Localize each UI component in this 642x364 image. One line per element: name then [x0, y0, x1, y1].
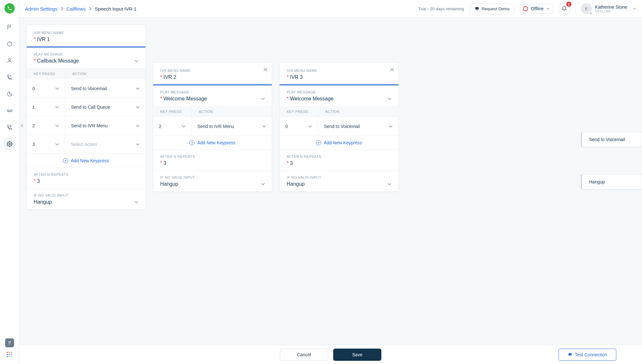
after-n-repeats-label: AFTER N REPEATS: [287, 155, 391, 158]
close-card-button[interactable]: [390, 67, 394, 72]
test-connection-button[interactable]: Test Connection: [559, 349, 616, 361]
add-keypress-label: Add New Keypress: [324, 140, 362, 145]
phone-bolt-icon: [7, 124, 13, 130]
add-keypress-button[interactable]: + Add New Keypress: [280, 136, 398, 150]
sidebar-item-settings[interactable]: [4, 138, 16, 150]
sidebar-item-contacts[interactable]: [4, 55, 16, 67]
help-button[interactable]: ?: [5, 338, 14, 347]
chevron-right-icon: [61, 6, 63, 12]
ivr-name-label: IVR MENU NAME: [34, 31, 138, 35]
close-card-button[interactable]: [264, 67, 267, 72]
keypress-action-dropdown[interactable]: Send to Voicemail: [65, 79, 145, 97]
edge-chips: Send to Voicemail Hangup: [581, 132, 642, 189]
profile-status: OFFLINE: [595, 10, 627, 13]
cancel-button[interactable]: Cancel: [280, 349, 328, 361]
ivr-name-value[interactable]: *IVR 2: [160, 74, 265, 80]
keypress-key-dropdown[interactable]: 1: [27, 98, 65, 116]
apps-launcher[interactable]: [7, 352, 13, 358]
no-valid-input-label: IF NO VALID INPUT: [160, 175, 265, 179]
svg-rect-5: [475, 7, 479, 9]
chevron-down-icon: [261, 183, 265, 185]
no-valid-input-dropdown[interactable]: IF NO VALID INPUT Hangup: [153, 171, 272, 191]
no-valid-input-value: Hangup: [34, 199, 52, 205]
svg-point-2: [7, 110, 9, 112]
ivr-card-2: IVR MENU NAME *IVR 2 PLAY MESSAGE *Welco…: [153, 63, 272, 192]
chevron-down-icon: [182, 125, 186, 128]
plus-circle-icon: +: [189, 140, 195, 145]
keypress-row: 2Send to IVR Menu: [27, 116, 145, 135]
sidebar-item-flag[interactable]: [4, 21, 16, 33]
sidebar-item-reports[interactable]: [4, 88, 16, 100]
notifications-button[interactable]: 1: [559, 3, 570, 14]
chevron-down-icon: [546, 8, 550, 10]
ivr-name-value[interactable]: *IVR 3: [287, 74, 391, 80]
sidebar-item-power-dialer[interactable]: [4, 121, 16, 133]
keypress-action-dropdown[interactable]: Send to IVR Menu: [192, 117, 272, 135]
ivr-card-3: IVR MENU NAME *IVR 3 PLAY MESSAGE *Welco…: [279, 63, 399, 192]
breadcrumb-admin-settings[interactable]: Admin Settings: [25, 6, 57, 12]
phone-plus-icon: [7, 74, 13, 80]
chevron-down-icon: [308, 125, 312, 128]
play-message-dropdown[interactable]: PLAY MESSAGE *Welcome Message: [280, 86, 398, 106]
keypress-action-dropdown[interactable]: Send to Voicemail: [318, 117, 398, 135]
chevron-down-icon: [262, 125, 266, 128]
close-icon: [390, 68, 394, 72]
keypress-action-dropdown[interactable]: Select Action: [65, 135, 145, 153]
no-valid-input-dropdown[interactable]: IF NO VALID INPUT Hangup: [280, 171, 398, 191]
sidebar-item-voicemail[interactable]: [4, 105, 16, 117]
user-icon: [7, 58, 13, 63]
edge-chip-hangup[interactable]: Hangup: [581, 174, 642, 189]
play-message-dropdown[interactable]: PLAY MESSAGE *Callback Message: [27, 48, 145, 68]
phone-icon: [7, 6, 12, 11]
chevron-down-icon: [134, 60, 138, 62]
keypress-row: 0Send to Voicemail: [27, 79, 145, 98]
chevron-down-icon: [136, 106, 140, 108]
no-valid-input-dropdown[interactable]: IF NO VALID INPUT Hangup: [27, 189, 145, 209]
keypress-key-dropdown[interactable]: 0: [280, 117, 318, 135]
chevron-down-icon: [55, 124, 59, 127]
ivr-card-1: IVR MENU NAME *IVR 1 PLAY MESSAGE *Callb…: [26, 25, 146, 210]
chevron-down-icon: [261, 97, 265, 100]
keypress-action-dropdown[interactable]: Send to Call Queue: [65, 98, 145, 116]
play-message-dropdown[interactable]: PLAY MESSAGE *Welcome Message: [153, 86, 272, 106]
chevron-down-icon: [633, 8, 636, 10]
sidebar-item-calls[interactable]: [4, 71, 16, 83]
availability-status-dropdown[interactable]: Offline: [520, 4, 553, 13]
request-demo-label: Request Demo: [482, 6, 510, 11]
ivr-name-label: IVR MENU NAME: [160, 69, 265, 72]
keypress-key-dropdown[interactable]: 0: [27, 79, 65, 97]
sidebar-item-dashboard[interactable]: [4, 38, 16, 50]
add-keypress-button[interactable]: + Add New Keypress: [27, 154, 145, 168]
svg-point-3: [10, 110, 12, 112]
save-button[interactable]: Save: [333, 349, 381, 361]
availability-status-label: Offline: [531, 6, 543, 11]
chat-icon: [568, 352, 572, 357]
add-keypress-button[interactable]: + Add New Keypress: [153, 136, 272, 150]
action-header: ACTION: [65, 69, 94, 79]
keypress-row: 2Send to IVR Menu: [153, 117, 272, 136]
keypress-key-dropdown[interactable]: 2: [27, 116, 65, 135]
remove-row-button[interactable]: [20, 123, 23, 128]
voicemail-icon: [6, 108, 13, 114]
keypress-key-dropdown[interactable]: 2: [153, 117, 192, 135]
keypress-action-dropdown[interactable]: Send to IVR Menu: [65, 116, 145, 135]
no-valid-input-value: Hangup: [287, 181, 305, 187]
chevron-down-icon: [387, 183, 391, 185]
gauge-icon: [7, 41, 13, 47]
play-message-label: PLAY MESSAGE: [34, 52, 138, 56]
keypress-key-dropdown[interactable]: 3: [27, 135, 65, 153]
breadcrumb-callflows[interactable]: Callflows: [66, 6, 86, 12]
request-demo-button[interactable]: Request Demo: [470, 4, 515, 14]
ivr-name-value[interactable]: *IVR 1: [34, 37, 138, 42]
profile-menu[interactable]: K Katherine Stone OFFLINE: [576, 3, 636, 14]
after-n-repeats-field[interactable]: AFTER N REPEATS *3: [153, 150, 272, 171]
plus-circle-icon: +: [316, 140, 321, 145]
edge-chip-voicemail[interactable]: Send to Voicemail: [581, 132, 642, 147]
no-valid-input-label: IF NO VALID INPUT: [34, 193, 138, 197]
after-n-repeats-field[interactable]: AFTER N REPEATS *3: [27, 168, 145, 189]
profile-name: Katherine Stone: [595, 4, 627, 10]
chevron-right-icon: [89, 6, 91, 12]
keypress-row: 3Select Action: [27, 135, 145, 154]
after-n-repeats-field[interactable]: AFTER N REPEATS *3: [280, 150, 398, 171]
play-message-value: Callback Message: [37, 58, 79, 63]
